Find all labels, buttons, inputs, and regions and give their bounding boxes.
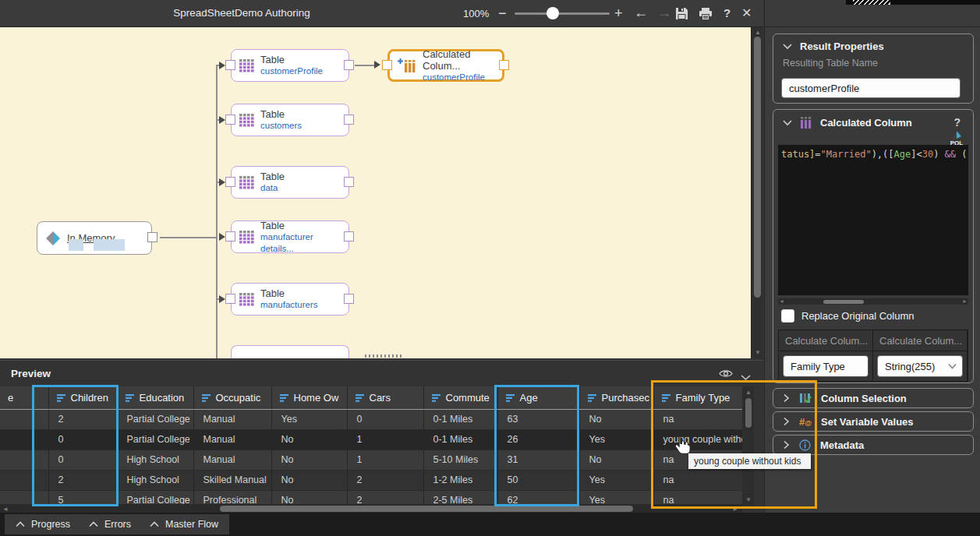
node-table-customers[interactable]: Table customers	[231, 104, 349, 136]
table-cell[interactable]: Manual	[193, 409, 271, 429]
input-port[interactable]	[225, 60, 235, 70]
help-button[interactable]: ?	[724, 6, 731, 20]
table-cell[interactable]: No	[579, 450, 653, 470]
print-button[interactable]	[699, 8, 713, 23]
table-cell[interactable]: Partial College	[117, 490, 193, 505]
table-row[interactable]: 0High SchoolManualNo15-10 Miles31Nona	[0, 450, 742, 470]
chevron-down-icon[interactable]	[783, 119, 792, 126]
table-cell[interactable]: 1	[347, 450, 423, 470]
table-cell[interactable]: 1	[347, 429, 423, 450]
code-editor[interactable]: tatus]="Married"),([Age]<30) && (	[778, 145, 968, 295]
table-cell[interactable]: No	[271, 470, 347, 490]
table-row[interactable]: 5Partial CollegeProfessionalNo22-5 Miles…	[0, 490, 742, 505]
node-table-manufacturer-details[interactable]: Table manufacturer details...	[231, 220, 349, 253]
preview-eye-button[interactable]	[719, 368, 733, 382]
node-table-data[interactable]: Table data	[231, 166, 349, 199]
column-header-occupatic[interactable]: Occupatic	[193, 386, 271, 409]
table-cell[interactable]: 0-1 Miles	[423, 429, 497, 450]
table-cell[interactable]: Yes	[579, 490, 653, 505]
table-cell[interactable]: young couple without kids	[653, 429, 742, 450]
output-port[interactable]	[344, 294, 354, 304]
table-cell[interactable]: No	[271, 490, 347, 505]
column-header-children[interactable]: Children	[48, 386, 117, 409]
table-cell[interactable]	[0, 490, 48, 505]
node-calculated-column[interactable]: Calculated Colum... customerProfile	[387, 49, 504, 82]
table-cell[interactable]: 0	[48, 450, 117, 470]
scrollbar-thumb[interactable]	[823, 300, 864, 304]
output-port[interactable]	[344, 231, 354, 242]
table-cell[interactable]: 63	[497, 409, 579, 429]
table-cell[interactable]: 2	[347, 490, 423, 505]
column-header-family-type[interactable]: Family Type	[653, 386, 742, 409]
redo-button[interactable]: →	[657, 5, 671, 19]
scroll-right-arrow[interactable]: ►	[732, 506, 738, 513]
preview-vertical-scrollbar[interactable]: ▲ ▼	[742, 386, 754, 506]
table-cell[interactable]: Manual	[193, 450, 271, 470]
column-header-education[interactable]: Education	[117, 386, 193, 409]
output-port[interactable]	[344, 115, 354, 125]
zoom-out-button[interactable]: −	[498, 6, 507, 20]
column-header-age[interactable]: Age	[497, 386, 579, 409]
table-cell[interactable]	[0, 470, 48, 490]
table-cell[interactable]: 31	[497, 450, 579, 470]
table-cell[interactable]: 5-10 Miles	[423, 450, 497, 470]
undo-button[interactable]: ←	[634, 5, 648, 19]
scroll-down-arrow[interactable]: ▼	[755, 349, 761, 356]
table-cell[interactable]: 2	[48, 409, 117, 429]
table-cell[interactable]: Skilled Manual	[193, 470, 271, 490]
table-cell[interactable]: High School	[117, 450, 193, 470]
table-cell[interactable]: 26	[497, 429, 579, 450]
editor-horizontal-scrollbar[interactable]: ◄ ►	[778, 298, 968, 305]
save-button[interactable]	[675, 7, 688, 23]
table-cell[interactable]: 2-5 Miles	[423, 490, 497, 505]
table-cell[interactable]	[0, 429, 48, 450]
column-header-home-ow[interactable]: Home Ow	[271, 386, 347, 409]
scroll-up-arrow[interactable]: ▲	[755, 29, 761, 36]
table-cell[interactable]: 50	[497, 470, 579, 490]
table-row[interactable]: 2Partial CollegeManualYes00-1 Miles63Non…	[0, 409, 742, 429]
tab-errors[interactable]: Errors	[78, 514, 142, 534]
section-column-selection[interactable]: Column Selection	[773, 388, 974, 408]
node-in-memory[interactable]: In Memory	[37, 221, 152, 255]
zoom-in-button[interactable]: +	[614, 6, 623, 20]
scrollbar-thumb[interactable]	[745, 398, 752, 428]
table-row[interactable]: 0Partial CollegeManualNo10-1 Miles26Yesy…	[0, 429, 742, 450]
zoom-slider-thumb[interactable]	[547, 7, 559, 19]
input-port[interactable]	[225, 231, 235, 242]
input-port[interactable]	[225, 115, 235, 125]
node-table-partial[interactable]	[231, 345, 349, 358]
table-cell[interactable]: na	[653, 409, 742, 429]
table-cell[interactable]: 2	[48, 470, 117, 490]
column-header-commute[interactable]: Commute	[423, 386, 497, 409]
table-cell[interactable]: Yes	[579, 429, 653, 450]
table-cell[interactable]: Partial College	[117, 429, 193, 450]
input-port[interactable]	[225, 177, 235, 187]
table-cell[interactable]: 0-1 Miles	[423, 409, 497, 429]
section-metadata[interactable]: Metadata	[773, 435, 974, 455]
table-cell[interactable]	[0, 409, 48, 429]
table-cell[interactable]: 5	[48, 490, 117, 505]
scroll-down-arrow[interactable]: ▼	[745, 496, 752, 503]
table-cell[interactable]: 2	[347, 470, 423, 490]
column-header-purchasec[interactable]: Purchasec	[579, 386, 653, 409]
table-cell[interactable]: No	[271, 429, 347, 450]
column-header-cars[interactable]: Cars	[347, 386, 423, 409]
table-cell[interactable]: High School	[117, 470, 193, 490]
output-port[interactable]	[344, 177, 354, 187]
canvas-vertical-scrollbar[interactable]: ▲ ▼	[751, 27, 762, 358]
table-cell[interactable]: Manual	[193, 429, 271, 450]
scroll-left-arrow[interactable]: ◄	[2, 506, 9, 513]
table-cell[interactable]: No	[271, 450, 347, 470]
panel-resize-grip[interactable]	[365, 354, 404, 358]
pql-button[interactable]: PQL	[948, 131, 965, 146]
table-cell[interactable]: na	[653, 470, 742, 490]
table-cell[interactable]: Partial College	[117, 409, 193, 429]
table-cell[interactable]: na	[653, 490, 742, 505]
column-type-select[interactable]: String(255)	[877, 355, 963, 377]
close-button[interactable]: ✕	[741, 6, 752, 20]
output-port[interactable]	[499, 60, 509, 70]
tab-progress[interactable]: Progress	[5, 514, 81, 534]
table-cell[interactable]: No	[579, 409, 653, 429]
table-cell[interactable]: 1-2 Miles	[423, 470, 497, 490]
scrollbar-thumb[interactable]	[220, 506, 633, 512]
